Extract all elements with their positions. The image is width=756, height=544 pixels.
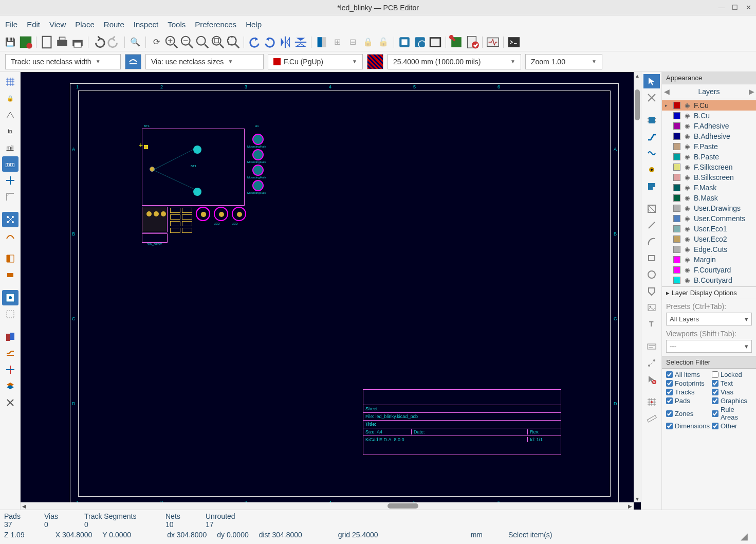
page-settings-icon[interactable] xyxy=(40,35,54,49)
pad-display-icon[interactable] xyxy=(2,267,19,283)
layer-row[interactable]: ◉F.Adhesive xyxy=(662,121,756,131)
layer-row[interactable]: ◉B.Paste xyxy=(662,152,756,162)
draw-arc-icon[interactable] xyxy=(643,234,660,249)
ungroup-icon[interactable]: ⊟ xyxy=(345,35,360,49)
visibility-icon[interactable]: ◉ xyxy=(684,153,691,160)
search-icon[interactable]: 🔍 xyxy=(128,35,142,49)
led-footprint[interactable] xyxy=(214,207,228,221)
highlight-net-icon[interactable] xyxy=(643,90,660,105)
visibility-icon[interactable]: ◉ xyxy=(684,143,691,150)
visibility-icon[interactable]: ◉ xyxy=(684,194,691,202)
menu-file[interactable]: File xyxy=(5,20,17,29)
layer-row[interactable]: ◉User.Eco1 xyxy=(662,224,756,234)
grid-dropdown[interactable]: 25.4000 mm (1000.00 mils)▼ xyxy=(388,54,521,69)
scripting-icon[interactable] xyxy=(507,35,521,49)
rotate-cw-icon[interactable] xyxy=(263,35,277,49)
led-footprint[interactable] xyxy=(232,207,246,221)
tune-length-icon[interactable] xyxy=(643,162,660,177)
save-icon[interactable]: 💾 xyxy=(3,35,17,49)
visibility-icon[interactable]: ◉ xyxy=(684,235,691,243)
cursor-shape-icon[interactable] xyxy=(2,173,19,188)
drc-icon[interactable] xyxy=(449,35,464,49)
route-track-icon[interactable] xyxy=(643,130,660,144)
layers-manager-icon[interactable] xyxy=(2,378,19,394)
visibility-icon[interactable]: ◉ xyxy=(684,174,691,181)
route-diff-icon[interactable] xyxy=(643,146,660,160)
erc-icon[interactable] xyxy=(465,35,479,49)
pcb-canvas[interactable]: + 123456 ABCD ABCD 123456 BT1 BT1 H1 Mou… xyxy=(21,72,641,510)
plot-icon[interactable] xyxy=(70,35,85,49)
zoom-selection-icon[interactable] xyxy=(226,35,241,49)
visibility-icon[interactable]: ◉ xyxy=(684,122,691,130)
outline-mode-icon[interactable] xyxy=(2,362,19,377)
layer-row[interactable]: ◉User.Drawings xyxy=(662,203,756,213)
ratsnest-toggle-icon[interactable] xyxy=(2,212,19,227)
zoom-fit-icon[interactable] xyxy=(195,35,210,49)
presets-dropdown[interactable]: All Layers▾ xyxy=(666,313,752,325)
menu-edit[interactable]: Edit xyxy=(27,20,40,29)
filter-check[interactable]: Vias xyxy=(712,388,752,396)
redo-icon[interactable] xyxy=(107,35,121,49)
layer-row[interactable]: ◉Edge.Cuts xyxy=(662,244,756,255)
menu-preferences[interactable]: Preferences xyxy=(195,20,236,29)
filter-check[interactable]: Graphics xyxy=(712,397,752,405)
via-display-icon[interactable] xyxy=(2,290,19,305)
layer-pair-icon[interactable] xyxy=(367,54,383,69)
menu-place[interactable]: Place xyxy=(75,20,95,29)
update-from-schematic-icon[interactable] xyxy=(428,35,442,49)
undo-icon[interactable] xyxy=(91,35,106,49)
lock-icon[interactable]: 🔒 xyxy=(361,35,375,49)
mounting-hole[interactable] xyxy=(252,134,264,145)
status-grid[interactable]: grid 25.4000 xyxy=(338,531,378,542)
tab-layers[interactable]: Layers xyxy=(671,84,747,99)
grid-toggle-icon[interactable] xyxy=(2,74,19,89)
filter-check[interactable]: Text xyxy=(712,379,752,387)
horizontal-scrollbar[interactable]: ◀▶ xyxy=(21,502,634,510)
45-constraint-icon[interactable] xyxy=(2,189,19,205)
pcb-footprints[interactable]: BT1 BT1 H1 MountingHole MountingHole Mou… xyxy=(142,129,252,262)
unit-mm-button[interactable]: mm xyxy=(2,156,19,172)
menu-route[interactable]: Route xyxy=(104,20,124,29)
add-text-icon[interactable]: T xyxy=(643,317,660,331)
visibility-icon[interactable]: ◉ xyxy=(684,184,691,191)
refresh-icon[interactable]: ⟳ xyxy=(149,35,163,49)
visibility-icon[interactable]: ◉ xyxy=(684,225,691,232)
filter-check[interactable]: All items xyxy=(666,371,710,378)
draw-rect-icon[interactable] xyxy=(643,251,660,265)
contrast-icon[interactable] xyxy=(2,329,19,344)
measure-icon[interactable] xyxy=(643,411,660,426)
rotate-ccw-icon[interactable] xyxy=(247,35,262,49)
layer-row[interactable]: ◉User.Comments xyxy=(662,213,756,224)
tab-prev-icon[interactable]: ◀ xyxy=(662,87,671,96)
menu-help[interactable]: Help xyxy=(246,20,262,29)
draw-polygon-icon[interactable] xyxy=(643,284,660,298)
layer-row[interactable]: ◉F.Courtyard xyxy=(662,265,756,275)
add-dimension-icon[interactable] xyxy=(643,356,660,370)
properties-icon[interactable] xyxy=(2,395,19,410)
draw-line-icon[interactable] xyxy=(643,218,660,232)
polar-coord-icon[interactable] xyxy=(2,107,19,122)
status-unit[interactable]: mm xyxy=(471,531,483,542)
switch-footprint[interactable] xyxy=(142,207,168,232)
delete-icon[interactable] xyxy=(643,372,660,387)
filter-check[interactable]: Locked xyxy=(712,371,752,378)
visibility-icon[interactable]: ◉ xyxy=(684,215,691,222)
zone-opacity-icon[interactable] xyxy=(2,251,19,266)
filter-check[interactable]: Other xyxy=(712,422,752,430)
zoom-dropdown[interactable]: Zoom 1.00▼ xyxy=(525,54,602,69)
grid-override-icon[interactable]: 🔒 xyxy=(2,90,19,106)
filter-check[interactable]: Tracks xyxy=(666,388,710,396)
visibility-icon[interactable]: ◉ xyxy=(684,133,691,140)
flip-icon[interactable] xyxy=(315,35,329,49)
layer-display-options[interactable]: ▸ Layer Display Options xyxy=(662,286,756,299)
minimize-icon[interactable]: — xyxy=(718,4,725,11)
track-display-icon[interactable] xyxy=(2,306,19,322)
mirror-v-icon[interactable] xyxy=(278,35,292,49)
filter-check[interactable]: Dimensions xyxy=(666,422,710,430)
visibility-icon[interactable]: ◉ xyxy=(684,205,691,212)
visibility-icon[interactable]: ◉ xyxy=(684,164,691,171)
ratsnest-curved-icon[interactable] xyxy=(2,228,19,244)
maximize-icon[interactable]: ☐ xyxy=(731,4,739,11)
menu-tools[interactable]: Tools xyxy=(168,20,186,29)
auto-track-width-icon[interactable] xyxy=(125,54,141,69)
